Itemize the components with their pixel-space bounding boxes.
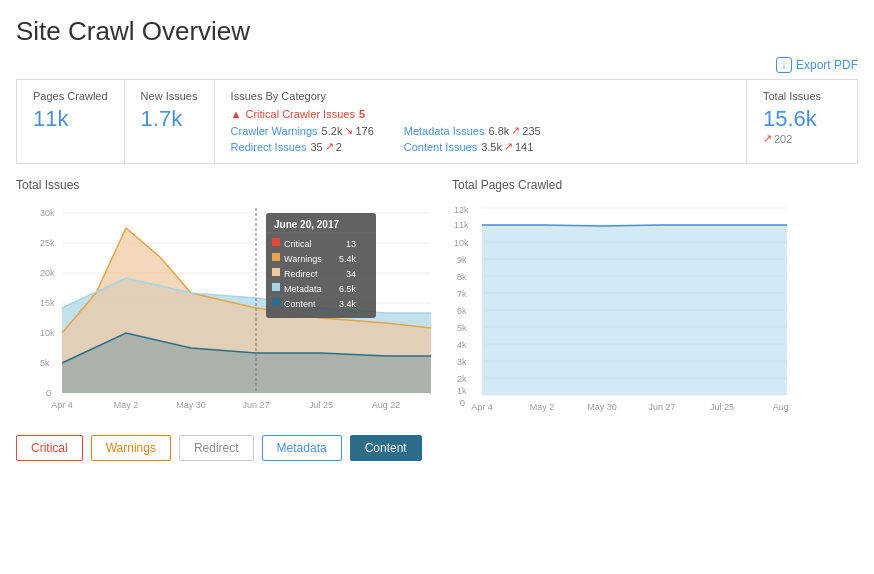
redirect-issues-value: 35 ↗2: [310, 140, 341, 153]
y-label: 5k: [40, 358, 50, 368]
y-label: 11k: [454, 220, 469, 230]
total-issues-value: 15.6k: [763, 106, 841, 132]
page-title: Site Crawl Overview: [16, 16, 858, 47]
y-label: 1k: [457, 386, 467, 396]
export-label: Export PDF: [796, 58, 858, 72]
tooltip-metadata-label: Metadata: [284, 284, 322, 294]
x-label: Jul 25: [710, 402, 734, 412]
y-label: 8k: [457, 272, 467, 282]
y-label: 25k: [40, 238, 55, 248]
filter-metadata-button[interactable]: Metadata: [262, 435, 342, 461]
y-label: 12k: [454, 205, 469, 215]
y-label: 10k: [40, 328, 55, 338]
total-issues-change: ↗ 202: [763, 132, 841, 145]
total-issues-chart: Total Issues 30k 25k 20k 15k 10k 5k 0: [16, 178, 436, 421]
content-legend: [272, 298, 280, 306]
total-pages-svg: 12k 11k 10k 9k 8k 7k 6k 5k 4k 3k 2k 1k 0: [452, 198, 792, 418]
tooltip-content-val: 3.4k: [339, 299, 357, 309]
total-pages-crawled-title: Total Pages Crawled: [452, 178, 858, 192]
critical-label: Critical Crawler Issues: [245, 108, 354, 120]
new-issues-box: New Issues 1.7k: [125, 80, 215, 163]
filter-row: Critical Warnings Redirect Metadata Cont…: [16, 435, 858, 461]
redirect-issues-label: Redirect Issues: [231, 141, 307, 153]
y-label: 0: [460, 398, 465, 408]
arrow-icon: ↗: [511, 124, 520, 137]
new-issues-label: New Issues: [141, 90, 198, 102]
y-label: 4k: [457, 340, 467, 350]
pages-crawled-box: Pages Crawled 11k: [17, 80, 125, 163]
content-issues-value: 3.5k ↗141: [481, 140, 533, 153]
total-issues-change-val: 202: [774, 133, 792, 145]
total-pages-crawled-chart: Total Pages Crawled 12k 11k 10k 9k 8k 7k…: [452, 178, 858, 421]
metadata-issues-label: Metadata Issues: [404, 125, 485, 137]
y-label: 15k: [40, 298, 55, 308]
tooltip-redirect-label: Redirect: [284, 269, 318, 279]
critical-count: 5: [359, 108, 365, 120]
export-icon: ↓: [776, 57, 792, 73]
y-label: 5k: [457, 323, 467, 333]
y-label: 20k: [40, 268, 55, 278]
y-label: 10k: [454, 238, 469, 248]
x-label: Jun 27: [648, 402, 675, 412]
x-label: May 2: [530, 402, 555, 412]
redirect-issues-item: Redirect Issues 35 ↗2: [231, 140, 374, 153]
tooltip-date: June 20, 2017: [274, 219, 339, 230]
x-label: Aug 22: [773, 402, 792, 412]
filter-critical-button[interactable]: Critical: [16, 435, 83, 461]
pages-crawled-value: 11k: [33, 106, 108, 132]
y-label: 2k: [457, 374, 467, 384]
y-label: 7k: [457, 289, 467, 299]
x-label: Apr 4: [51, 400, 73, 410]
x-label: May 2: [114, 400, 139, 410]
arrow-icon: ↗: [504, 140, 513, 153]
y-label: 30k: [40, 208, 55, 218]
content-issues-item: Content Issues 3.5k ↗141: [404, 140, 541, 153]
tooltip-metadata-val: 6.5k: [339, 284, 357, 294]
tooltip-redirect-val: 34: [346, 269, 356, 279]
charts-row: Total Issues 30k 25k 20k 15k 10k 5k 0: [16, 178, 858, 421]
pages-crawled-label: Pages Crawled: [33, 90, 108, 102]
export-pdf-button[interactable]: ↓ Export PDF: [776, 57, 858, 73]
x-label: May 30: [587, 402, 617, 412]
total-issues-chart-container: 30k 25k 20k 15k 10k 5k 0: [16, 198, 436, 421]
metadata-legend: [272, 283, 280, 291]
tooltip-critical-label: Critical: [284, 239, 312, 249]
total-issues-box: Total Issues 15.6k ↗ 202: [747, 80, 857, 163]
x-label: May 30: [176, 400, 206, 410]
redirect-legend: [272, 268, 280, 276]
tooltip-critical-val: 13: [346, 239, 356, 249]
x-label: Jul 25: [309, 400, 333, 410]
y-label: 0: [46, 388, 51, 398]
total-issues-arrow: ↗: [763, 132, 772, 145]
total-issues-label: Total Issues: [763, 90, 841, 102]
critical-legend: [272, 238, 280, 246]
crawler-warnings-item: Crawler Warnings 5.2k ↘176: [231, 124, 374, 137]
arrow-icon: ↗: [325, 140, 334, 153]
new-issues-value: 1.7k: [141, 106, 198, 132]
stats-row: Pages Crawled 11k New Issues 1.7k Issues…: [16, 79, 858, 164]
filter-warnings-button[interactable]: Warnings: [91, 435, 171, 461]
metadata-issues-value: 6.8k ↗235: [488, 124, 540, 137]
x-label: Jun 27: [242, 400, 269, 410]
warnings-legend: [272, 253, 280, 261]
arrow-icon: ↘: [344, 124, 353, 137]
y-label: 6k: [457, 306, 467, 316]
pages-area: [482, 225, 787, 395]
y-label: 9k: [457, 255, 467, 265]
y-label: 3k: [457, 357, 467, 367]
total-issues-chart-title: Total Issues: [16, 178, 436, 192]
issues-by-category-box: Issues By Category ▲ Critical Crawler Is…: [215, 80, 747, 163]
x-label: Aug 22: [372, 400, 401, 410]
filter-content-button[interactable]: Content: [350, 435, 422, 461]
filter-redirect-button[interactable]: Redirect: [179, 435, 254, 461]
issues-by-category-title: Issues By Category: [231, 90, 730, 102]
tooltip-warnings-label: Warnings: [284, 254, 322, 264]
warning-triangle-icon: ▲: [231, 108, 242, 120]
total-pages-chart-container: 12k 11k 10k 9k 8k 7k 6k 5k 4k 3k 2k 1k 0: [452, 198, 858, 421]
tooltip-content-label: Content: [284, 299, 316, 309]
critical-issues-row: ▲ Critical Crawler Issues 5: [231, 108, 730, 120]
crawler-warnings-label: Crawler Warnings: [231, 125, 318, 137]
tooltip-warnings-val: 5.4k: [339, 254, 357, 264]
crawler-warnings-value: 5.2k ↘176: [322, 124, 374, 137]
total-issues-svg: 30k 25k 20k 15k 10k 5k 0: [16, 198, 436, 418]
